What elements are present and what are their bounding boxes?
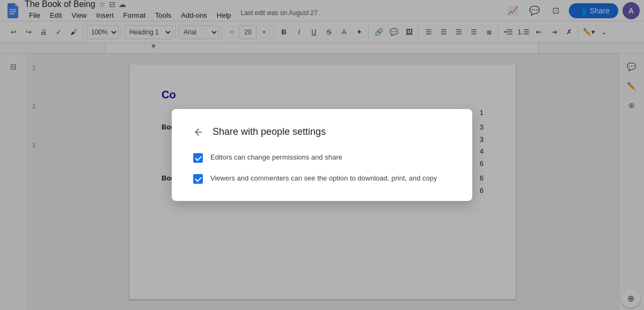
dialog-options: Editors can change permissions and share… (193, 153, 451, 184)
dialog-header: Share with people settings (193, 126, 451, 138)
option-2-label: Viewers and commenters can see the optio… (210, 174, 437, 183)
modal-overlay[interactable]: Share with people settings Editors can c… (0, 0, 644, 310)
dialog-option-1: Editors can change permissions and share (193, 153, 451, 163)
back-button[interactable] (193, 127, 204, 138)
dialog-title: Share with people settings (213, 126, 326, 138)
checkbox-editors[interactable] (193, 153, 203, 163)
option-1-label: Editors can change permissions and share (210, 153, 342, 162)
dialog-option-2: Viewers and commenters can see the optio… (193, 174, 451, 184)
checkbox-viewers[interactable] (193, 174, 203, 184)
share-settings-dialog: Share with people settings Editors can c… (172, 109, 472, 201)
